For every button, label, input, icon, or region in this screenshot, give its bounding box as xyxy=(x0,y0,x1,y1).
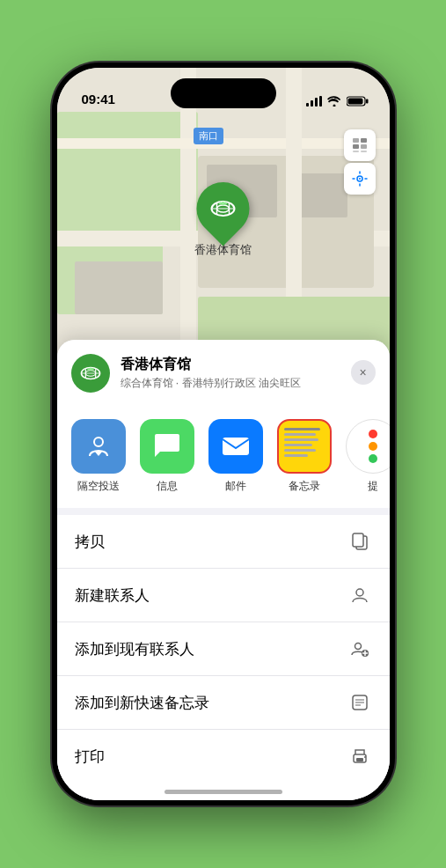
action-list: 拷贝 新建联系人 xyxy=(57,515,390,783)
svg-rect-5 xyxy=(353,144,359,149)
location-icon xyxy=(352,171,368,187)
svg-rect-7 xyxy=(353,151,359,152)
notes-line-4 xyxy=(284,444,312,446)
mail-icon-bg xyxy=(208,419,263,474)
more-icon-bg xyxy=(346,419,390,474)
svg-point-27 xyxy=(94,438,103,446)
svg-point-26 xyxy=(91,368,93,370)
svg-point-10 xyxy=(359,178,361,180)
venue-subtitle: 综合体育馆 · 香港特别行政区 油尖旺区 xyxy=(121,376,376,391)
signal-bars xyxy=(306,96,322,107)
svg-point-42 xyxy=(364,756,366,758)
mail-icon xyxy=(220,430,252,462)
share-item-messages[interactable]: 信息 xyxy=(136,419,198,494)
airdrop-icon-bg xyxy=(71,419,126,474)
location-button[interactable] xyxy=(344,163,376,195)
map-controls xyxy=(344,129,376,196)
map-label: 南口 xyxy=(194,128,223,144)
close-button[interactable]: × xyxy=(351,360,376,385)
add-contact-icon xyxy=(347,636,372,661)
quick-note-icon xyxy=(347,690,372,715)
svg-rect-8 xyxy=(361,151,367,152)
new-contact-icon xyxy=(347,583,372,607)
share-item-notes[interactable]: 备忘录 xyxy=(274,419,335,494)
wifi-icon xyxy=(327,96,341,107)
pin-inner xyxy=(203,188,244,229)
messages-label: 信息 xyxy=(157,479,178,494)
action-copy[interactable]: 拷贝 xyxy=(57,515,390,569)
venue-header: 香港体育馆 综合体育馆 · 香港特别行政区 油尖旺区 × xyxy=(57,340,390,405)
action-add-quick-note[interactable]: 添加到新快速备忘录 xyxy=(57,676,390,730)
svg-rect-28 xyxy=(223,438,249,455)
messages-icon xyxy=(151,430,183,462)
bottom-sheet: 香港体育馆 综合体育馆 · 香港特别行政区 油尖旺区 × xyxy=(57,340,390,800)
phone-screen: 09:41 xyxy=(57,68,390,800)
location-pin: 香港体育馆 xyxy=(194,182,252,258)
airdrop-label: 隔空投送 xyxy=(77,479,120,494)
status-icons xyxy=(306,96,369,107)
home-indicator-area xyxy=(57,783,390,800)
svg-point-25 xyxy=(87,368,89,370)
home-indicator xyxy=(165,790,282,794)
svg-rect-41 xyxy=(356,758,363,761)
action-quick-note-label: 添加到新快速备忘录 xyxy=(75,693,209,713)
venue-name: 香港体育馆 xyxy=(121,356,376,374)
dynamic-island xyxy=(171,78,276,108)
venue-stadium-icon xyxy=(79,362,102,385)
stadium-icon xyxy=(209,195,238,223)
svg-point-31 xyxy=(356,589,363,596)
dot-red xyxy=(369,430,377,438)
map-type-button[interactable] xyxy=(344,129,376,161)
status-time: 09:41 xyxy=(82,92,115,107)
battery-icon xyxy=(347,96,369,107)
share-item-mail[interactable]: 邮件 xyxy=(205,419,267,494)
action-new-contact-label: 新建联系人 xyxy=(75,585,150,606)
action-print[interactable]: 打印 xyxy=(57,730,390,783)
svg-point-16 xyxy=(222,202,225,205)
svg-point-24 xyxy=(89,368,91,371)
venue-icon xyxy=(71,354,110,393)
notes-line-1 xyxy=(284,428,320,430)
svg-rect-2 xyxy=(347,99,362,105)
notes-line-6 xyxy=(284,454,309,457)
action-copy-label: 拷贝 xyxy=(75,532,105,552)
svg-rect-30 xyxy=(353,533,363,547)
action-new-contact[interactable]: 新建联系人 xyxy=(57,569,390,622)
notes-icon-bg xyxy=(277,419,332,474)
notes-line-3 xyxy=(284,438,318,441)
svg-rect-1 xyxy=(366,99,369,104)
messages-icon-bg xyxy=(140,419,194,474)
svg-rect-3 xyxy=(353,138,359,143)
print-icon xyxy=(347,744,372,769)
airdrop-icon xyxy=(84,431,113,461)
map-type-icon xyxy=(351,136,369,154)
share-item-more[interactable]: 提 xyxy=(342,419,390,494)
more-label: 提 xyxy=(368,479,378,494)
action-add-existing-label: 添加到现有联系人 xyxy=(75,639,194,659)
venue-info: 香港体育馆 综合体育馆 · 香港特别行政区 油尖旺区 xyxy=(121,356,376,391)
svg-point-17 xyxy=(219,202,222,205)
svg-rect-6 xyxy=(361,144,367,149)
svg-point-18 xyxy=(224,202,227,205)
svg-point-32 xyxy=(355,644,361,650)
mail-label: 邮件 xyxy=(225,479,246,494)
share-row: 隔空投送 信息 xyxy=(57,405,390,508)
dot-orange xyxy=(369,442,377,451)
notes-line-5 xyxy=(284,449,317,452)
copy-icon xyxy=(347,529,372,554)
action-add-existing-contact[interactable]: 添加到现有联系人 xyxy=(57,622,390,676)
dot-green xyxy=(369,454,377,463)
share-item-airdrop[interactable]: 隔空投送 xyxy=(68,419,129,494)
notes-label: 备忘录 xyxy=(289,479,320,494)
pin-circle xyxy=(186,172,260,246)
action-print-label: 打印 xyxy=(75,747,105,767)
notes-line-2 xyxy=(284,433,317,436)
svg-rect-4 xyxy=(361,138,367,143)
phone-frame: 09:41 xyxy=(52,63,395,805)
